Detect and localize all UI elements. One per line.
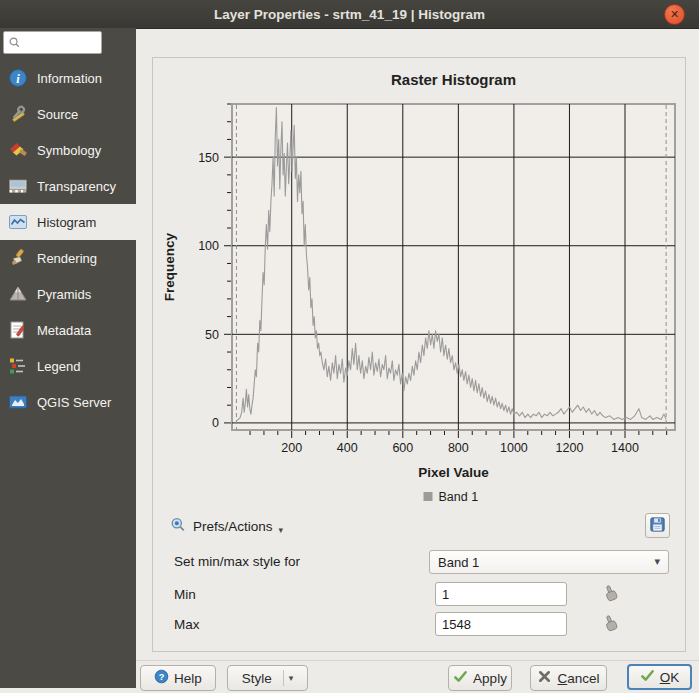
search-input[interactable] [23,33,101,52]
footer-separator [136,660,699,661]
search-box[interactable] [3,31,102,54]
svg-text:1400: 1400 [611,441,639,455]
sidebar-item-label: Transparency [37,179,116,194]
sidebar-item-qgis-server[interactable]: QGIS Server [0,384,136,420]
histogram-icon [8,212,28,232]
style-separator [283,670,284,686]
info-icon: i [8,68,28,88]
pick-max-hand-icon[interactable] [602,614,619,633]
raster-histogram-chart[interactable]: 200400600800100012001400050100150Frequen… [153,94,687,506]
band-select[interactable]: Band 1 ▾ [429,550,669,574]
svg-text:Band 1: Band 1 [439,490,479,504]
sidebar-item-label: Metadata [37,323,91,338]
titlebar[interactable]: Layer Properties - srtm_41_19 | Histogra… [0,0,699,29]
max-label: Max [174,617,200,632]
min-field[interactable] [435,582,567,606]
sidebar-item-label: Legend [37,359,80,374]
sidebar-item-pyramids[interactable]: Pyramids [0,276,136,312]
legend-icon [8,356,28,376]
server-icon [8,392,28,412]
layer-properties-dialog: Layer Properties - srtm_41_19 | Histogra… [0,0,699,693]
sidebar-item-symbology[interactable]: Symbology [0,132,136,168]
combo-arrow-icon: ▾ [654,555,660,568]
dropdown-arrow-icon: ▾ [279,525,284,535]
svg-text:Pixel Value: Pixel Value [418,465,489,480]
help-button[interactable]: ? Help [140,665,216,691]
svg-text:1000: 1000 [500,441,528,455]
sidebar-item-label: Histogram [37,215,96,230]
sidebar-item-label: QGIS Server [37,395,111,410]
ok-label: OK [660,670,680,685]
sidebar-item-legend[interactable]: Legend [0,348,136,384]
style-label: Style [242,671,272,686]
sidebar-nav: iInformationSourceSymbologyTransparencyH… [0,60,136,420]
sidebar-item-rendering[interactable]: Rendering [0,240,136,276]
chart-title: Raster Histogram [232,71,675,88]
sidebar-item-histogram[interactable]: Histogram [0,204,136,240]
pyramids-icon [8,284,28,304]
sidebar-item-metadata[interactable]: Metadata [0,312,136,348]
window-title: Layer Properties - srtm_41_19 | Histogra… [214,7,485,22]
sidebar-item-information[interactable]: iInformation [0,60,136,96]
set-minmax-label: Set min/max style for [174,554,300,569]
sidebar-item-label: Rendering [37,251,97,266]
sidebar-item-label: Symbology [37,143,101,158]
apply-label: Apply [473,671,507,686]
svg-text:?: ? [159,672,165,682]
brush-icon [8,248,28,268]
symbology-icon [8,140,28,160]
svg-text:200: 200 [281,441,302,455]
prefs-actions-label: Prefs/Actions [193,519,273,534]
band-select-value: Band 1 [438,555,479,570]
svg-text:150: 150 [198,151,219,165]
help-icon: ? [154,669,169,687]
sidebar-item-label: Information [37,71,102,86]
apply-check-icon [453,669,468,687]
metadata-icon [8,320,28,340]
svg-text:Frequency: Frequency [162,232,177,301]
style-dropdown-arrow-icon: ▾ [289,673,294,683]
ok-check-icon [640,668,655,686]
sidebar-item-source[interactable]: Source [0,96,136,132]
ok-button[interactable]: OK [627,664,692,690]
help-label: Help [174,671,202,686]
svg-text:100: 100 [198,239,219,253]
svg-text:1200: 1200 [556,441,584,455]
svg-text:50: 50 [205,328,219,342]
prefs-icon [169,516,187,537]
save-icon [649,516,666,536]
close-icon[interactable]: ✕ [664,4,685,25]
cancel-button[interactable]: Cancel [530,665,607,691]
cancel-x-icon [537,669,552,687]
style-button[interactable]: Style ▾ [227,665,308,691]
svg-text:600: 600 [392,441,413,455]
wrench-icon [8,104,28,124]
svg-text:i: i [16,72,20,86]
max-field[interactable] [435,612,567,636]
sidebar: iInformationSourceSymbologyTransparencyH… [0,28,136,688]
sidebar-item-label: Pyramids [37,287,91,302]
svg-text:0: 0 [212,416,219,430]
sidebar-item-label: Source [37,107,78,122]
transparency-icon [8,176,28,196]
apply-button[interactable]: Apply [448,665,512,691]
save-histogram-button[interactable] [645,513,670,538]
pick-min-hand-icon[interactable] [602,584,619,603]
histogram-panel: Raster Histogram 20040060080010001200140… [152,57,686,652]
min-label: Min [174,587,196,602]
svg-text:800: 800 [448,441,469,455]
cancel-label: Cancel [557,671,599,686]
sidebar-item-transparency[interactable]: Transparency [0,168,136,204]
svg-text:400: 400 [337,441,358,455]
prefs-actions-button[interactable]: Prefs/Actions ▾ [165,514,287,538]
